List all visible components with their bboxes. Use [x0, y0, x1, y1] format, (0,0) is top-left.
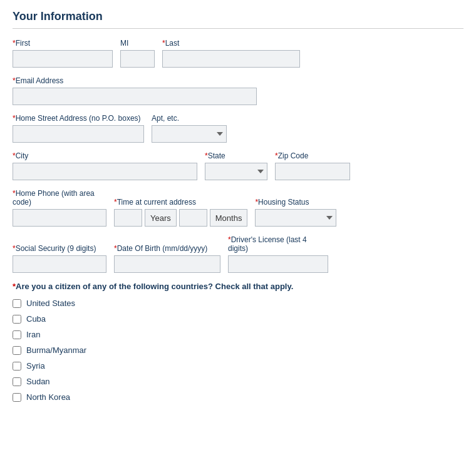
zip-group: *Zip Code: [275, 151, 350, 180]
city-input[interactable]: [13, 163, 197, 180]
country-syria-checkbox[interactable]: [13, 362, 21, 371]
street-input[interactable]: [13, 125, 144, 143]
time-months-input[interactable]: [179, 209, 207, 227]
mi-label: MI: [120, 39, 155, 48]
country-united-states-checkbox[interactable]: [13, 299, 21, 308]
city-group: *City: [13, 151, 197, 180]
time-years-input[interactable]: [114, 209, 142, 227]
dl-label: *Driver's License (last 4 digits): [228, 235, 328, 253]
dob-group: *Date Of Birth (mm/dd/yyyy): [114, 244, 220, 273]
citizenship-question: *Are you a citizen of any of the followi…: [13, 282, 463, 291]
housing-label: *Housing Status: [255, 198, 336, 207]
last-input[interactable]: [162, 50, 300, 68]
time-months-label: Months: [210, 209, 248, 227]
email-group: *Email Address: [13, 76, 257, 105]
state-group: *State: [205, 151, 267, 180]
time-inputs: Years Months: [114, 209, 247, 227]
country-iran-label[interactable]: Iran: [26, 330, 40, 339]
list-item: Syria: [13, 361, 463, 371]
mi-group: MI: [120, 39, 155, 68]
state-select[interactable]: [205, 163, 267, 180]
ssn-group: *Social Security (9 digits): [13, 244, 106, 273]
country-cuba-label[interactable]: Cuba: [26, 314, 46, 324]
apt-group: Apt, etc.: [152, 114, 227, 143]
phone-time-housing-row: *Home Phone (with area code) *Time at cu…: [13, 189, 463, 227]
citizenship-checkbox-group: United States Cuba Iran Burma/Myanmar Sy…: [13, 299, 463, 402]
mi-input[interactable]: [120, 50, 155, 68]
last-group: *Last: [162, 39, 300, 68]
country-burma-myanmar-checkbox[interactable]: [13, 346, 21, 355]
first-input[interactable]: [13, 50, 113, 68]
time-label: *Time at current address: [114, 198, 247, 207]
city-label: *City: [13, 151, 197, 160]
housing-select[interactable]: [255, 209, 336, 227]
email-row: *Email Address: [13, 76, 463, 105]
country-iran-checkbox[interactable]: [13, 330, 21, 339]
dl-group: *Driver's License (last 4 digits): [228, 235, 328, 273]
email-input[interactable]: [13, 88, 257, 105]
dl-input[interactable]: [228, 255, 328, 273]
time-years-label: Years: [145, 209, 177, 227]
last-label: *Last: [162, 39, 300, 48]
first-label: *First: [13, 39, 113, 48]
zip-input[interactable]: [275, 163, 350, 180]
list-item: United States: [13, 299, 463, 308]
country-united-states-label[interactable]: United States: [26, 299, 75, 308]
dob-input[interactable]: [114, 255, 220, 273]
time-group: *Time at current address Years Months: [114, 198, 247, 227]
country-cuba-checkbox[interactable]: [13, 315, 21, 324]
list-item: Sudan: [13, 377, 463, 386]
street-label: *Home Street Address (no P.O. boxes): [13, 114, 144, 123]
first-group: *First: [13, 39, 113, 68]
street-group: *Home Street Address (no P.O. boxes): [13, 114, 144, 143]
section-title: Your Information: [13, 10, 463, 29]
phone-label: *Home Phone (with area code): [13, 189, 106, 207]
country-syria-label[interactable]: Syria: [26, 361, 45, 371]
list-item: North Korea: [13, 392, 463, 402]
page-container: Your Information *First MI *Last *Email …: [0, 0, 476, 412]
zip-label: *Zip Code: [275, 151, 350, 160]
dob-label: *Date Of Birth (mm/dd/yyyy): [114, 244, 220, 253]
apt-label: Apt, etc.: [152, 114, 227, 123]
address-row: *Home Street Address (no P.O. boxes) Apt…: [13, 114, 463, 143]
phone-group: *Home Phone (with area code): [13, 189, 106, 227]
ssn-input[interactable]: [13, 255, 106, 273]
name-row: *First MI *Last: [13, 39, 463, 68]
country-burma-myanmar-label[interactable]: Burma/Myanmar: [26, 345, 86, 355]
ssn-dob-dl-row: *Social Security (9 digits) *Date Of Bir…: [13, 235, 463, 273]
housing-group: *Housing Status: [255, 198, 336, 227]
email-label: *Email Address: [13, 76, 257, 85]
country-north-korea-label[interactable]: North Korea: [26, 392, 70, 402]
city-state-zip-row: *City *State *Zip Code: [13, 151, 463, 180]
state-label: *State: [205, 151, 267, 160]
country-sudan-label[interactable]: Sudan: [26, 377, 50, 386]
ssn-label: *Social Security (9 digits): [13, 244, 106, 253]
list-item: Iran: [13, 330, 463, 339]
list-item: Burma/Myanmar: [13, 345, 463, 355]
apt-select[interactable]: [152, 125, 227, 143]
list-item: Cuba: [13, 314, 463, 324]
country-north-korea-checkbox[interactable]: [13, 393, 21, 402]
country-sudan-checkbox[interactable]: [13, 377, 21, 386]
phone-input[interactable]: [13, 209, 106, 227]
